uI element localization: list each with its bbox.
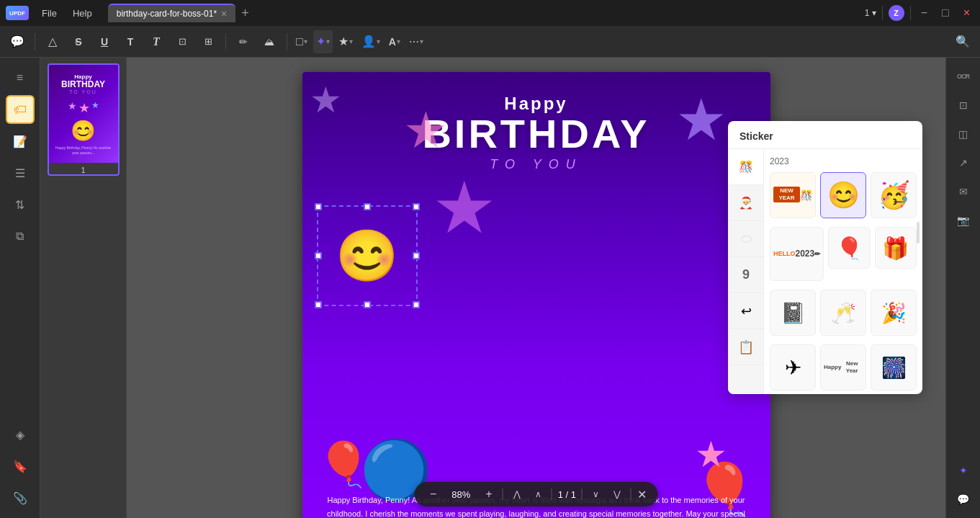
person-btn[interactable]: 👤 ▾ — [359, 30, 383, 53]
sticker-happy-face[interactable]: 😊 — [820, 172, 866, 218]
user-avatar[interactable]: Z — [889, 5, 904, 21]
star-small: ★ — [310, 79, 342, 121]
sticker-new-year-banner[interactable]: NEW YEAR 🎊 — [770, 172, 816, 218]
ai-right-btn[interactable]: ✦ — [950, 457, 976, 483]
cat-christmas[interactable]: 🎅 — [728, 185, 764, 221]
image-btn[interactable]: ⛰ — [258, 30, 281, 53]
star-bottom-right: ★ — [695, 434, 727, 475]
cat-arrow[interactable]: ↩ — [728, 293, 764, 329]
extract-icon[interactable]: ⇅ — [6, 190, 35, 219]
rect-btn[interactable]: □ ▾ — [293, 30, 310, 53]
menu-bar: File Help — [35, 5, 99, 22]
extract-right-btn[interactable]: ⊡ — [950, 92, 976, 118]
page-number-label: 1 — [49, 166, 118, 174]
sep2 — [225, 33, 226, 50]
cat-oval[interactable]: ⬭ — [728, 221, 764, 257]
sticker-wine[interactable]: 🥂 — [820, 290, 866, 336]
sticker-party-face[interactable]: 🥳 — [871, 172, 917, 218]
close-btn[interactable]: × — [959, 6, 974, 19]
sep-bottom3 — [582, 488, 583, 500]
text-cursor-btn[interactable]: T — [119, 30, 142, 53]
document-icon[interactable]: ≡ — [6, 63, 35, 92]
search-btn[interactable]: 🔍 — [951, 30, 974, 53]
cat-number[interactable]: 9 — [728, 257, 764, 293]
pdf-canvas: ★ ★ ★ ★ ★ Happy BIRTHDAY TO YOU — [302, 72, 770, 518]
main-content: ≡ 🏷 📝 ☰ ⇅ ⧉ ◈ 🔖 📎 Happy BIRTHDAY TO YOU … — [0, 58, 980, 518]
edit-btn[interactable]: ✏ — [232, 30, 255, 53]
sep-bottom4 — [631, 488, 631, 500]
cat-note[interactable]: 📋 — [728, 329, 764, 365]
file-menu[interactable]: File — [35, 5, 64, 22]
sticker-notepad[interactable]: 📓 — [770, 290, 816, 336]
sep1 — [35, 33, 35, 50]
sticker-grid-2023: NEW YEAR 🎊 😊 🥳 — [770, 172, 917, 218]
title-bar-right: 1 ▾ Z − □ × — [865, 5, 974, 21]
star-btn[interactable]: ★ ▾ — [336, 30, 356, 53]
sticker-fireworks[interactable]: 🎆 — [871, 344, 917, 390]
chat-right-btn[interactable]: 💬 — [950, 486, 976, 512]
camera-right-btn[interactable]: 📷 — [950, 207, 976, 233]
compress-btn[interactable]: ◫ — [950, 121, 976, 147]
prev-page-btn[interactable]: ∧ — [531, 488, 546, 501]
stamp-icon[interactable]: 🏷 — [6, 95, 35, 124]
sticker-btn[interactable]: ✦ ▾ — [313, 30, 333, 53]
attachment-icon[interactable]: 📎 — [6, 483, 35, 512]
comment-btn[interactable]: 💬 — [6, 30, 29, 53]
version-badge[interactable]: 1 ▾ — [865, 8, 876, 18]
shape-btn[interactable]: △ — [41, 30, 64, 53]
last-page-btn[interactable]: ⋁ — [609, 488, 625, 501]
canvas-area: ★ ★ ★ ★ ★ Happy BIRTHDAY TO YOU — [127, 58, 945, 518]
sticker-happy-new-year-text[interactable]: Happy New Year — [820, 344, 866, 390]
page-display: 1 / 1 — [558, 489, 576, 500]
star-purple: ★ — [432, 166, 497, 250]
thumb-text: Happy Birthday, Penny! As another year p… — [55, 146, 112, 156]
sticker-popper[interactable]: 🎉 — [871, 290, 917, 336]
star-blue: ★ — [675, 86, 727, 153]
more-tools-btn[interactable]: ⋯ ▾ — [406, 30, 426, 53]
layer-icon[interactable]: ◈ — [6, 420, 35, 449]
sticker-balloon[interactable]: 🎈 — [828, 227, 870, 269]
scroll-indicator[interactable] — [917, 222, 920, 244]
help-menu[interactable]: Help — [66, 5, 99, 22]
maximize-btn[interactable]: □ — [938, 6, 953, 19]
thumb-stars: ★ ★ ★ — [68, 100, 99, 116]
toc-icon[interactable]: ☰ — [6, 158, 35, 187]
app-logo: UPDF — [6, 6, 29, 20]
sticker-selection-box[interactable]: 😊 — [317, 205, 418, 306]
minimize-btn[interactable]: − — [917, 6, 932, 19]
next-page-btn[interactable]: ∨ — [588, 488, 603, 501]
highlight-btn[interactable]: A ▾ — [386, 30, 403, 53]
export-right-btn[interactable]: ↗ — [950, 150, 976, 176]
strikethrough-btn[interactable]: S — [67, 30, 90, 53]
text-format-btn[interactable]: T — [145, 30, 168, 53]
sticker-hello-2023[interactable]: HELLO 2023 ✏ — [770, 227, 824, 281]
sticker-panel-body: 🎊 🎅 ⬭ 9 ↩ 📋 2023 NEW YEAR 🎊 — [728, 149, 922, 394]
sticker-grid-row2: HELLO 2023 ✏ 🎈 🎁 — [770, 227, 917, 281]
zoom-in-btn[interactable]: + — [481, 486, 496, 502]
close-bottom-btn[interactable]: ✕ — [637, 488, 647, 501]
ocr-btn[interactable]: OCR — [950, 63, 976, 89]
new-tab-btn[interactable]: + — [237, 6, 253, 21]
first-page-btn[interactable]: ⋀ — [509, 488, 525, 501]
organize-icon[interactable]: ⧉ — [6, 222, 35, 251]
wrap-text-btn[interactable]: ⊞ — [197, 30, 220, 53]
star-pink: ★ — [403, 101, 449, 160]
cat-new-year[interactable]: 🎊 — [728, 149, 764, 185]
textbox-btn[interactable]: ⊡ — [171, 30, 194, 53]
separator2 — [910, 6, 911, 20]
section-label-2023: 2023 — [770, 155, 917, 168]
right-sidebar: OCR ⊡ ◫ ↗ ✉ 📷 ✦ 💬 — [945, 58, 980, 518]
sticker-gift[interactable]: 🎁 — [875, 227, 917, 269]
sep-bottom2 — [552, 488, 552, 500]
zoom-out-btn[interactable]: − — [426, 486, 441, 502]
updf-logo-mark: UPDF — [6, 6, 29, 20]
underline-btn[interactable]: U — [93, 30, 116, 53]
bookmark-icon[interactable]: 🔖 — [6, 452, 35, 481]
active-tab[interactable]: birthday-card-for-boss-01* × — [108, 4, 236, 22]
annotation-icon[interactable]: 📝 — [6, 127, 35, 156]
tab-close-btn[interactable]: × — [221, 8, 227, 19]
sticker-paper-plane[interactable]: ✈ — [770, 344, 816, 390]
sticker-emoji-on-canvas[interactable]: 😊 — [318, 207, 416, 305]
page-thumbnail[interactable]: Happy BIRTHDAY TO YOU ★ ★ ★ 😊 Happy Birt… — [48, 63, 120, 176]
email-right-btn[interactable]: ✉ — [950, 179, 976, 205]
